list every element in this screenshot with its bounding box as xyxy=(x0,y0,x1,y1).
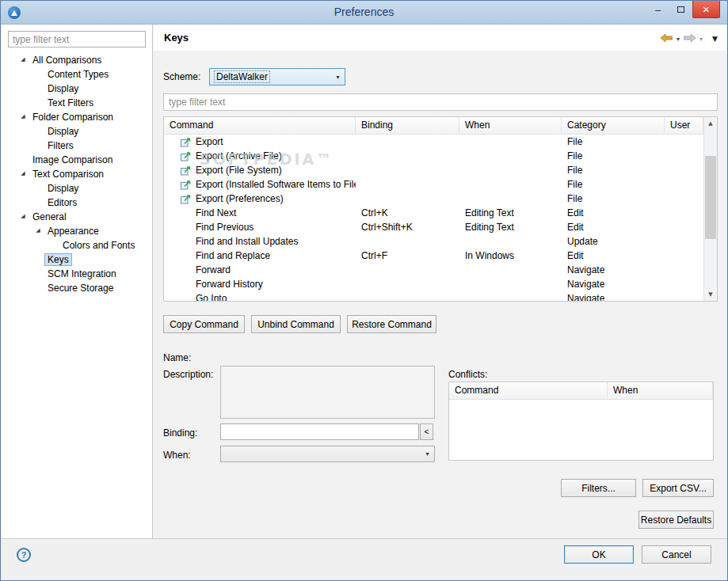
sidebar-filter-input[interactable] xyxy=(8,31,146,47)
conflicts-table: Command When xyxy=(448,382,714,461)
user-cell xyxy=(665,220,703,234)
view-menu-icon[interactable]: ▼ xyxy=(712,35,718,43)
sidebar-item-colors-and-fonts[interactable]: Colors and Fonts xyxy=(1,238,152,253)
expand-arrow-icon[interactable]: ◢ xyxy=(32,227,44,234)
sidebar-item-folder-comparison[interactable]: ◢Folder Comparison xyxy=(1,110,152,124)
maximize-button[interactable] xyxy=(669,1,692,18)
ok-button[interactable]: OK xyxy=(564,545,634,564)
table-row[interactable]: Forward HistoryNavigate xyxy=(164,277,703,291)
sidebar-item-display[interactable]: Display xyxy=(1,82,152,96)
table-row[interactable]: Export (Preferences)File xyxy=(164,192,703,206)
column-header-user[interactable]: User xyxy=(665,117,703,134)
column-header-command[interactable]: Command xyxy=(164,117,356,134)
scrollbar-thumb[interactable] xyxy=(705,156,716,239)
scheme-value: DeltaWalker xyxy=(215,71,269,82)
sidebar-item-label: Text Filters xyxy=(44,96,97,110)
expand-arrow-icon[interactable]: ◢ xyxy=(17,170,29,177)
help-icon[interactable]: ? xyxy=(17,548,31,562)
header-nav: ▾ ▾ ▼ xyxy=(661,33,718,44)
sidebar-item-label: Appearance xyxy=(44,224,102,238)
table-row[interactable]: ExportFile xyxy=(164,135,703,149)
close-button[interactable]: × xyxy=(692,1,720,18)
when-cell: Editing Text xyxy=(459,220,562,234)
binding-input[interactable] xyxy=(220,423,419,440)
sidebar-item-scm-integration[interactable]: SCM Integration xyxy=(1,267,152,281)
column-header-when[interactable]: When xyxy=(459,117,562,134)
titlebar[interactable]: Preferences – × xyxy=(1,1,727,25)
table-row[interactable]: ForwardNavigate xyxy=(164,263,703,277)
key-bindings-table: Command Binding When Category User Expor… xyxy=(163,116,718,302)
icon-spacer xyxy=(181,222,192,233)
column-header-category[interactable]: Category xyxy=(562,117,665,134)
expand-arrow-icon[interactable]: ◢ xyxy=(17,113,29,120)
sidebar-item-all-comparisons[interactable]: ◢All Comparisons xyxy=(1,53,152,67)
restore-command-button[interactable]: Restore Command xyxy=(347,315,436,333)
when-cell xyxy=(459,263,562,277)
restore-defaults-button[interactable]: Restore Defaults xyxy=(638,511,714,529)
sidebar-item-display[interactable]: Display xyxy=(1,124,152,139)
icon-spacer xyxy=(181,237,192,247)
sidebar-item-display[interactable]: Display xyxy=(1,181,152,196)
table-row[interactable]: Go IntoNavigate xyxy=(164,291,703,301)
chevron-down-icon[interactable]: ▾ xyxy=(677,36,680,43)
sidebar-item-label: General xyxy=(29,210,70,224)
keys-filter-input[interactable] xyxy=(163,93,718,111)
table-row[interactable]: Find PreviousCtrl+Shift+KEditing TextEdi… xyxy=(164,220,703,234)
sidebar-item-label: Editors xyxy=(44,196,80,210)
conflicts-column-when[interactable]: When xyxy=(608,382,713,399)
user-cell xyxy=(665,277,703,291)
binding-cell xyxy=(356,192,459,206)
minimize-button[interactable]: – xyxy=(646,1,669,18)
vertical-scrollbar[interactable]: ▲ ▼ xyxy=(703,117,717,301)
table-row[interactable]: Find NextCtrl+KEditing TextEdit xyxy=(164,206,703,220)
sidebar-item-text-comparison[interactable]: ◢Text Comparison xyxy=(1,167,152,181)
sidebar-item-content-types[interactable]: Content Types xyxy=(1,67,152,82)
column-header-binding[interactable]: Binding xyxy=(356,117,459,134)
table-row[interactable]: Export (Installed Software Items to File… xyxy=(164,177,703,192)
sidebar-item-label: Display xyxy=(44,181,82,196)
when-cell xyxy=(459,234,562,249)
category-cell: Navigate xyxy=(562,291,665,301)
chevron-down-icon[interactable]: ▾ xyxy=(699,36,703,43)
sidebar-item-keys[interactable]: Keys xyxy=(1,253,152,267)
binding-arrow-button[interactable]: < xyxy=(420,423,433,440)
scroll-down-icon[interactable]: ▼ xyxy=(704,288,717,301)
sidebar-item-text-filters[interactable]: Text Filters xyxy=(1,96,152,110)
user-cell xyxy=(665,206,703,220)
when-select[interactable]: ▾ xyxy=(220,446,435,462)
sidebar: ◢All ComparisonsContent TypesDisplayText… xyxy=(1,25,153,540)
scheme-select[interactable]: DeltaWalker ▾ xyxy=(209,68,345,85)
command-cell: Go Into xyxy=(164,291,356,301)
sidebar-item-filters[interactable]: Filters xyxy=(1,139,152,153)
sidebar-item-image-comparison[interactable]: Image Comparison xyxy=(1,153,152,167)
category-cell: Navigate xyxy=(562,277,665,291)
unbind-command-button[interactable]: Unbind Command xyxy=(251,315,341,333)
filters-button[interactable]: Filters... xyxy=(561,479,636,497)
table-row[interactable]: Find and Install UpdatesUpdate xyxy=(164,234,703,249)
sidebar-item-editors[interactable]: Editors xyxy=(1,196,152,210)
command-cell: Export (File System) xyxy=(164,163,356,177)
user-cell xyxy=(665,135,703,149)
table-row[interactable]: Export (Archive File)File xyxy=(164,149,703,163)
expand-arrow-icon[interactable]: ◢ xyxy=(17,213,29,219)
export-icon xyxy=(181,165,192,176)
sidebar-item-secure-storage[interactable]: Secure Storage xyxy=(1,281,152,295)
binding-cell xyxy=(356,149,459,163)
table-row[interactable]: Export (File System)File xyxy=(164,163,703,177)
forward-arrow-icon[interactable] xyxy=(684,33,696,44)
name-label: Name: xyxy=(163,352,191,363)
conflicts-column-command[interactable]: Command xyxy=(449,382,608,399)
sidebar-item-appearance[interactable]: ◢Appearance xyxy=(1,224,152,238)
copy-command-button[interactable]: Copy Command xyxy=(163,315,245,333)
sidebar-item-general[interactable]: ◢General xyxy=(1,210,152,224)
back-arrow-icon[interactable] xyxy=(661,33,673,44)
page-header: Keys ▾ ▾ ▼ xyxy=(154,25,727,51)
category-cell: File xyxy=(562,177,665,192)
command-cell: Find and Install Updates xyxy=(164,234,356,249)
expand-arrow-icon[interactable]: ◢ xyxy=(17,56,29,63)
scroll-up-icon[interactable]: ▲ xyxy=(704,117,717,130)
table-row[interactable]: Find and ReplaceCtrl+FIn WindowsEdit xyxy=(164,249,703,263)
command-cell: Export (Archive File) xyxy=(164,149,356,163)
cancel-button[interactable]: Cancel xyxy=(642,545,711,564)
export-csv-button[interactable]: Export CSV... xyxy=(642,479,714,497)
